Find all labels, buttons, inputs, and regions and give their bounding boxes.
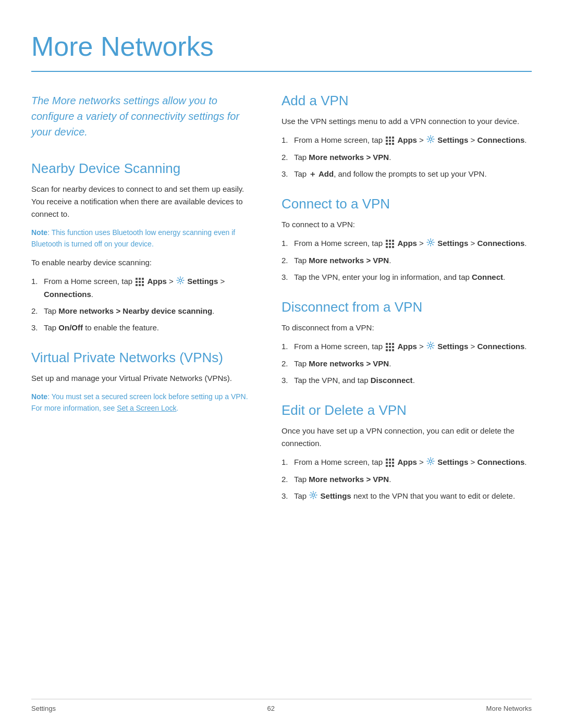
- svg-point-3: [430, 344, 432, 347]
- two-column-layout: The More networks settings allow you to …: [31, 93, 532, 509]
- connections-label: Connections: [477, 458, 524, 466]
- apps-icon: [386, 137, 394, 145]
- step-item: 3. Tap the VPN, and tap Disconnect.: [282, 374, 532, 387]
- step-number: 2.: [31, 305, 38, 317]
- connections-label: Connections: [477, 135, 524, 144]
- apps-icon: [386, 240, 394, 248]
- step-number: 1.: [31, 275, 38, 288]
- step-label: More networks > VPN: [309, 475, 389, 484]
- step-label: More networks > VPN: [309, 359, 389, 368]
- footer-page-number: 62: [267, 705, 275, 712]
- step-number: 3.: [282, 271, 288, 283]
- step3-label: On/Off: [58, 323, 83, 332]
- vpn-note: Note: You must set a secured screen lock…: [31, 391, 250, 414]
- settings-label: Settings: [187, 277, 218, 286]
- disconnect-vpn-heading: Disconnect from a VPN: [282, 299, 532, 315]
- edit-delete-vpn-steps: 1. From a Home screen, tap Apps >: [282, 456, 532, 503]
- svg-point-5: [312, 493, 315, 496]
- screen-lock-link[interactable]: Set a Screen Lock: [117, 404, 176, 412]
- step-number: 3.: [282, 168, 288, 180]
- settings-icon: [426, 134, 435, 147]
- settings-icon: [426, 456, 435, 469]
- vpn-description: Set up and manage your Virtual Private N…: [31, 372, 250, 385]
- step-item: 2. Tap More networks > VPN.: [282, 151, 532, 164]
- step-number: 1.: [282, 134, 288, 146]
- connections-label: Connections: [477, 342, 524, 351]
- connect-label: Connect: [472, 273, 503, 281]
- vpn-note-label: Note: [31, 392, 47, 401]
- step-item: 2. Tap More networks > VPN.: [282, 357, 532, 370]
- connections-label: Connections: [44, 290, 91, 299]
- settings-icon: [426, 238, 435, 250]
- add-vpn-steps: 1. From a Home screen, tap Apps >: [282, 134, 532, 180]
- settings-label: Settings: [437, 135, 468, 144]
- edit-delete-vpn-description: Once you have set up a VPN connection, y…: [282, 425, 532, 450]
- step-item: 3. Tap On/Off to enable the feature.: [31, 322, 250, 334]
- step-number: 2.: [282, 357, 288, 370]
- step-number: 2.: [282, 254, 288, 267]
- step-number: 1.: [282, 340, 288, 353]
- disconnect-vpn-steps: 1. From a Home screen, tap Apps >: [282, 340, 532, 387]
- add-vpn-description: Use the VPN settings menu to add a VPN c…: [282, 115, 532, 128]
- nearby-device-note: Note: This function uses Bluetooth low e…: [31, 227, 250, 250]
- left-column: The More networks settings allow you to …: [31, 93, 250, 509]
- footer-right: More Networks: [486, 705, 532, 712]
- nearby-device-description: Scan for nearby devices to connect to an…: [31, 183, 250, 220]
- step-item: 3. Tap ＋ Add, and follow the prompts to …: [282, 168, 532, 180]
- enable-label: To enable nearby device scanning:: [31, 256, 250, 269]
- svg-point-2: [430, 241, 432, 243]
- step-number: 3.: [282, 374, 288, 387]
- step-item: 1. From a Home screen, tap Apps >: [282, 456, 532, 469]
- step-number: 3.: [282, 490, 288, 502]
- connect-vpn-intro: To connect to a VPN:: [282, 218, 532, 231]
- apps-label: Apps: [397, 458, 417, 466]
- apps-icon: [386, 459, 394, 467]
- svg-point-1: [430, 138, 432, 140]
- settings-next-label: Settings: [321, 491, 351, 500]
- footer-left: Settings: [31, 705, 56, 712]
- step-item: 1. From a Home screen, tap Apps >: [31, 275, 250, 301]
- settings-icon: [426, 341, 435, 353]
- step-label: More networks > VPN: [309, 256, 389, 265]
- connect-vpn-heading: Connect to a VPN: [282, 196, 532, 212]
- edit-delete-vpn-heading: Edit or Delete a VPN: [282, 402, 532, 418]
- connect-vpn-steps: 1. From a Home screen, tap Apps >: [282, 237, 532, 283]
- svg-point-4: [430, 460, 432, 462]
- step-item: 1. From a Home screen, tap Apps >: [282, 237, 532, 250]
- disconnect-vpn-intro: To disconnect from a VPN:: [282, 322, 532, 334]
- title-divider: [31, 71, 532, 72]
- step-item: 2. Tap More networks > VPN.: [282, 254, 532, 267]
- step-label: More networks > VPN: [309, 153, 389, 162]
- vpn-settings-icon: [309, 490, 317, 503]
- step2-label: More networks > Nearby device scanning: [58, 306, 212, 315]
- settings-icon: [176, 276, 185, 288]
- vpn-section-heading: Virtual Private Networks (VPNs): [31, 350, 250, 366]
- settings-label: Settings: [437, 342, 468, 351]
- apps-icon: [136, 278, 144, 286]
- step-item: 1. From a Home screen, tap Apps >: [282, 340, 532, 353]
- disconnect-label: Disconnect: [371, 376, 413, 385]
- step-number: 1.: [282, 456, 288, 468]
- step-number: 2.: [282, 151, 288, 164]
- right-column: Add a VPN Use the VPN settings menu to a…: [282, 93, 532, 509]
- nearby-device-steps: 1. From a Home screen, tap Apps >: [31, 275, 250, 334]
- settings-label: Settings: [437, 239, 468, 248]
- note-label: Note: [31, 228, 47, 237]
- settings-label: Settings: [437, 458, 468, 466]
- apps-label: Apps: [397, 135, 417, 144]
- step-item: 3. Tap the VPN, enter your log in inform…: [282, 271, 532, 283]
- apps-label: Apps: [147, 277, 167, 286]
- step-number: 3.: [31, 322, 38, 334]
- page-footer: Settings 62 More Networks: [31, 699, 532, 712]
- apps-icon: [386, 343, 394, 351]
- add-vpn-heading: Add a VPN: [282, 93, 532, 109]
- step-item: 2. Tap More networks > VPN.: [282, 473, 532, 486]
- apps-label: Apps: [397, 342, 417, 351]
- step-number: 1.: [282, 237, 288, 250]
- apps-label: Apps: [397, 239, 417, 248]
- intro-text: The More networks settings allow you to …: [31, 93, 250, 140]
- step-item: 1. From a Home screen, tap Apps >: [282, 134, 532, 147]
- plus-add-label: ＋ Add: [309, 169, 334, 178]
- svg-point-0: [179, 279, 182, 281]
- nearby-device-scanning-heading: Nearby Device Scanning: [31, 161, 250, 177]
